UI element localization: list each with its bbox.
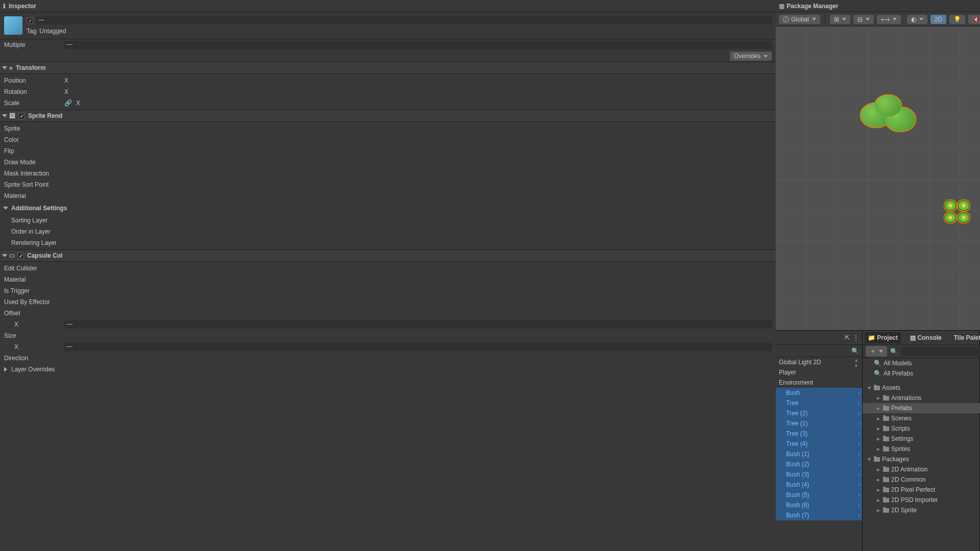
inspector-panel: ℹ Inspector — Tag Untagged Multiple — Ov… bbox=[0, 0, 776, 551]
hierarchy-collapse-icon[interactable]: ⇱ bbox=[845, 334, 850, 341]
chevron-right-icon: › bbox=[858, 399, 860, 407]
transform-component[interactable]: ⟐ Transform bbox=[0, 62, 776, 74]
folder-icon bbox=[883, 437, 889, 441]
globe-icon bbox=[783, 16, 789, 22]
project-tree-item[interactable]: ▸2D PSD Importer bbox=[863, 495, 980, 505]
filter-all-models[interactable]: 🔍 All Models bbox=[863, 358, 980, 368]
folder-icon bbox=[883, 467, 889, 472]
inspector-prop-label: Used By Effector bbox=[4, 298, 60, 306]
tag-dropdown[interactable]: Untagged bbox=[39, 28, 66, 35]
fold-icon: ▸ bbox=[876, 486, 881, 493]
tab-project[interactable]: 📁 Project bbox=[865, 332, 901, 343]
sprite-renderer-component[interactable]: 🖼 Sprite Rend bbox=[0, 110, 776, 122]
active-checkbox[interactable] bbox=[27, 17, 33, 24]
inspector-prop-label: Rendering Layer bbox=[4, 239, 60, 246]
scene-viewport[interactable] bbox=[776, 27, 980, 330]
edit-collider-label: Edit Collider bbox=[4, 265, 60, 272]
chevron-right-icon: › bbox=[858, 450, 860, 458]
create-button[interactable]: ＋ bbox=[866, 346, 887, 357]
hierarchy-item[interactable]: Tree› bbox=[776, 398, 862, 408]
hierarchy-item[interactable]: Tree (2)› bbox=[776, 408, 862, 418]
hierarchy-item[interactable]: Bush (6)› bbox=[776, 500, 862, 510]
x-label: X bbox=[64, 77, 68, 84]
fold-icon: ▸ bbox=[876, 415, 881, 422]
collider-enabled-checkbox[interactable] bbox=[17, 253, 24, 259]
global-toggle[interactable]: Global bbox=[779, 15, 820, 24]
fold-icon: ▸ bbox=[876, 476, 881, 483]
gameobject-icon[interactable] bbox=[4, 16, 22, 35]
inspector-prop-label: Material bbox=[4, 276, 60, 283]
project-tree-item[interactable]: ▸Settings bbox=[863, 434, 980, 444]
grid-snap-button[interactable]: ⊞ bbox=[830, 15, 850, 24]
hierarchy-item[interactable]: Tree (3)› bbox=[776, 429, 862, 439]
project-tree-item[interactable]: ▸Scripts bbox=[863, 423, 980, 434]
chevron-right-icon: › bbox=[858, 502, 860, 509]
hierarchy-item[interactable]: Player bbox=[776, 367, 862, 378]
hierarchy-item[interactable]: Tree (1)› bbox=[776, 418, 862, 429]
hierarchy-item[interactable]: Global Light 2D bbox=[776, 357, 862, 367]
hierarchy-item[interactable]: Tree (4)› bbox=[776, 439, 862, 449]
chevron-right-icon: › bbox=[858, 512, 860, 519]
fold-icon bbox=[2, 66, 7, 69]
lock-icon[interactable]: 🔗 bbox=[64, 99, 72, 107]
snap-increment-button[interactable]: ⟷ bbox=[877, 15, 901, 24]
hierarchy-item[interactable]: Bush (2)› bbox=[776, 459, 862, 469]
hierarchy-item[interactable]: Bush (1)› bbox=[776, 449, 862, 459]
transform-icon: ⟐ bbox=[9, 64, 13, 71]
scene-bush-2[interactable] bbox=[944, 200, 970, 223]
chevron-down-icon bbox=[812, 18, 816, 20]
audio-toggle[interactable]: 🔇 bbox=[968, 15, 980, 24]
overrides-dropdown[interactable]: Overrides bbox=[730, 52, 772, 61]
project-tree-item[interactable]: ▸2D Sprite bbox=[863, 505, 980, 515]
shading-mode[interactable]: ◐ bbox=[907, 15, 927, 24]
folder-icon bbox=[883, 416, 889, 421]
folder-icon bbox=[883, 508, 889, 513]
hierarchy-item[interactable]: Bush (3)› bbox=[776, 469, 862, 480]
project-tree-item[interactable]: ▸Scenes bbox=[863, 413, 980, 423]
grid-visibility-button[interactable]: ⊟ bbox=[853, 15, 874, 24]
search-icon[interactable]: 🔍 bbox=[851, 347, 859, 355]
lighting-toggle[interactable]: 💡 bbox=[949, 15, 965, 24]
project-tree-item[interactable]: ▾Assets bbox=[863, 383, 980, 393]
hierarchy-item[interactable]: Bush› bbox=[776, 388, 862, 398]
project-tree-item[interactable]: ▸Prefabs bbox=[863, 403, 980, 413]
tab-tile-palette[interactable]: Tile Palette bbox=[951, 332, 980, 343]
project-tree-item[interactable]: ▸Sprites bbox=[863, 444, 980, 454]
project-tree-item[interactable]: ▸Animations bbox=[863, 393, 980, 403]
hierarchy-menu-icon[interactable]: ⋮ bbox=[853, 334, 859, 341]
hierarchy-item[interactable]: Bush (7)› bbox=[776, 510, 862, 520]
folder-icon bbox=[883, 478, 889, 482]
multiple-label: Multiple bbox=[4, 41, 60, 48]
collider-icon: ⬭ bbox=[9, 252, 14, 259]
scene-tree-cluster[interactable] bbox=[857, 93, 919, 144]
chevron-right-icon: › bbox=[858, 440, 860, 447]
tab-console[interactable]: ▤ Console bbox=[907, 332, 945, 343]
scene-tab-title: Package Manager bbox=[787, 3, 838, 10]
project-tree-item[interactable]: ▸2D Pixel Perfect bbox=[863, 485, 980, 495]
hierarchy-item[interactable]: Environment bbox=[776, 378, 862, 388]
project-tree-item[interactable]: ▾Packages bbox=[863, 454, 980, 464]
inspector-prop-label: Order in Layer bbox=[4, 228, 60, 235]
scene-tab-bar: ▦ Package Manager ⋮ bbox=[776, 0, 980, 12]
hierarchy-item[interactable]: Bush (4)› bbox=[776, 480, 862, 490]
fold-icon: ▸ bbox=[876, 425, 881, 432]
2d-toggle[interactable]: 2D bbox=[930, 15, 946, 24]
project-tree-item[interactable]: ▸2D Animation bbox=[863, 464, 980, 474]
hierarchy-item[interactable]: Bush (5)› bbox=[776, 490, 862, 500]
sprite-enabled-checkbox[interactable] bbox=[18, 113, 25, 119]
inspector-prop-label: Sorting Layer bbox=[4, 217, 60, 224]
offset-x-label: X bbox=[4, 321, 60, 328]
size-x-label: X bbox=[4, 343, 60, 350]
capsule-collider-component[interactable]: ⬭ Capsule Col bbox=[0, 249, 776, 262]
fold-icon: ▸ bbox=[876, 466, 881, 473]
filter-all-prefabs[interactable]: 🔍 All Prefabs bbox=[863, 368, 980, 379]
fold-icon: ▸ bbox=[876, 394, 881, 402]
project-tree-item[interactable]: ▸2D Common bbox=[863, 474, 980, 485]
chevron-right-icon: › bbox=[858, 389, 860, 396]
global-label: Global bbox=[791, 16, 809, 23]
project-search[interactable] bbox=[901, 347, 980, 356]
scene-view: ▦ Package Manager ⋮ Global ⊞ ⊟ ⟷ ◐ 2D 💡 bbox=[776, 0, 980, 330]
inspector-prop-label: Color bbox=[4, 136, 60, 143]
folder-icon bbox=[883, 406, 889, 411]
name-field[interactable]: — bbox=[36, 16, 772, 24]
